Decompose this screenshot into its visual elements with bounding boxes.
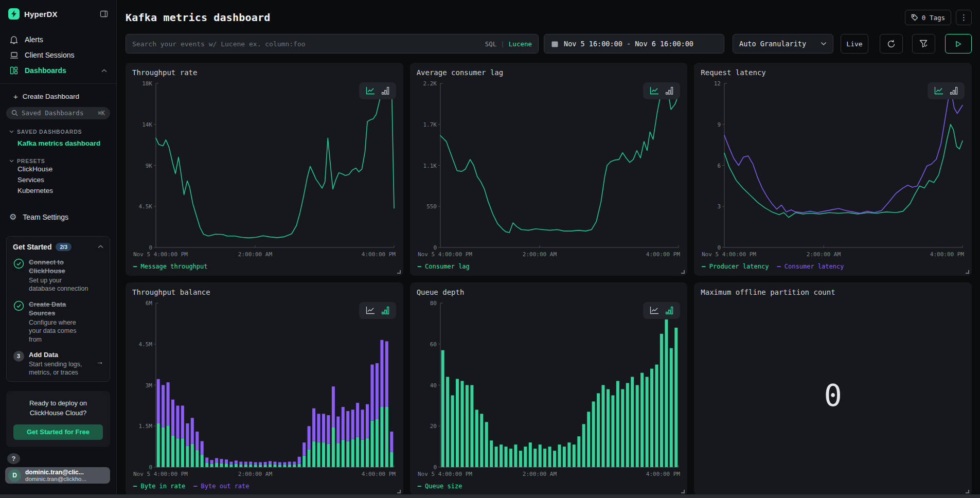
- legend-item[interactable]: — Queue size: [418, 483, 462, 490]
- consumer-lag-chart[interactable]: 05501.1K1.7K2.2KNov 5 4:00:00 PM2:00:00 …: [417, 79, 681, 261]
- horizontal-scrollbar[interactable]: [0, 494, 980, 498]
- presets-section[interactable]: PRESETS: [6, 158, 110, 164]
- sidebar-item-clickhouse[interactable]: ClickHouse: [6, 164, 110, 175]
- get-started-free-button[interactable]: Get Started for Free: [13, 424, 103, 440]
- bar-chart-icon[interactable]: [382, 87, 389, 95]
- event-search-bar[interactable]: SQL | Lucene: [126, 34, 539, 54]
- get-started-step-sources[interactable]: Create Data Sources Configure where your…: [13, 300, 103, 344]
- logo-row: HyperDX: [6, 8, 110, 20]
- panel-average-consumer-lag: Average consumer lag 05501.1K1.7K2.2KNov…: [410, 63, 688, 276]
- step-subtitle: Set up your database connection: [29, 276, 90, 293]
- deploy-text: Ready to deploy on ClickHouse Cloud?: [13, 398, 103, 418]
- sidebar-item-label: Dashboards: [25, 66, 66, 75]
- legend-item[interactable]: — Producer latency: [702, 263, 769, 270]
- svg-text:2:00:00 AM: 2:00:00 AM: [522, 251, 557, 258]
- sidebar-item-client-sessions[interactable]: Client Sessions: [6, 47, 110, 63]
- panel-request-latency: Request latency 036912Nov 5 4:00:00 PM2:…: [694, 63, 972, 276]
- shortcut-hint: ⌘K: [98, 110, 105, 117]
- legend-item[interactable]: — Consumer lag: [418, 263, 470, 270]
- bar-chart-icon[interactable]: [666, 87, 673, 95]
- chevron-up-icon[interactable]: [101, 69, 107, 73]
- line-chart-icon[interactable]: [650, 87, 659, 95]
- filter-button[interactable]: [912, 34, 935, 54]
- date-range-picker[interactable]: Nov 5 16:00:00 - Nov 6 16:00:00: [544, 34, 724, 54]
- sidebar-item-alerts[interactable]: Alerts: [6, 32, 110, 47]
- saved-dashboards-section[interactable]: SAVED DASHBOARDS: [6, 129, 110, 135]
- big-number-value: 0: [824, 378, 842, 413]
- chart-type-toggle[interactable]: [643, 82, 680, 99]
- resize-handle[interactable]: [681, 490, 685, 493]
- resize-handle[interactable]: [681, 270, 685, 274]
- help-button[interactable]: ?: [7, 453, 20, 465]
- chart-type-toggle[interactable]: [359, 82, 396, 99]
- live-button[interactable]: Live: [841, 34, 868, 54]
- throughput-rate-chart[interactable]: 04.5K9K14K18KNov 5 4:00:00 PM2:00:00 AM4…: [132, 79, 397, 261]
- svg-text:Nov 5 4:00:00 PM: Nov 5 4:00:00 PM: [702, 251, 756, 258]
- legend-item[interactable]: — Consumer latency: [777, 263, 844, 270]
- svg-text:2:00:00 AM: 2:00:00 AM: [522, 471, 557, 477]
- sidebar-item-kafka-dashboard[interactable]: Kafka metrics dashboard: [6, 138, 110, 149]
- get-started-progress-badge: 2/3: [56, 243, 72, 251]
- resize-handle[interactable]: [966, 490, 969, 493]
- play-icon: [955, 41, 961, 47]
- resize-handle[interactable]: [397, 270, 401, 274]
- bar-chart-icon[interactable]: [382, 307, 389, 314]
- sidebar-item-services[interactable]: Services: [6, 174, 110, 185]
- granularity-select[interactable]: Auto Granularity: [733, 34, 833, 54]
- event-search-input[interactable]: [132, 40, 485, 48]
- bar-chart-icon[interactable]: [666, 307, 673, 314]
- chart-type-toggle[interactable]: [928, 82, 965, 99]
- resize-handle[interactable]: [397, 490, 401, 493]
- mode-divider: |: [501, 40, 505, 48]
- sidebar-item-dashboards[interactable]: Dashboards: [6, 63, 110, 78]
- sidebar-collapse-icon[interactable]: [100, 10, 108, 18]
- line-chart-icon[interactable]: [934, 87, 943, 95]
- throughput-balance-chart[interactable]: 01.5M3M4.5M6MNov 5 4:00:00 PM2:00:00 AM4…: [132, 299, 397, 481]
- more-menu-button[interactable]: ⋮: [956, 10, 972, 25]
- sidebar-item-team-settings[interactable]: ⚙ Team Settings: [6, 210, 110, 224]
- chevron-up-icon[interactable]: [98, 245, 103, 248]
- sidebar-item-label: Client Sessions: [25, 51, 75, 59]
- resize-handle[interactable]: [966, 270, 969, 274]
- chart-type-toggle[interactable]: [643, 302, 680, 319]
- chart-type-toggle[interactable]: [359, 302, 396, 319]
- app-root: HyperDX Alerts Client Sessions: [0, 0, 980, 498]
- kebab-icon: ⋮: [960, 13, 968, 22]
- create-dashboard-button[interactable]: + Create Dashboard: [6, 91, 110, 102]
- refresh-button[interactable]: [880, 34, 903, 54]
- svg-text:6M: 6M: [146, 300, 153, 307]
- saved-dashboards-search-input[interactable]: [22, 109, 94, 117]
- request-latency-chart[interactable]: 036912Nov 5 4:00:00 PM2:00:00 AM4:00:00 …: [701, 79, 965, 261]
- run-query-button[interactable]: [945, 34, 972, 54]
- lucene-mode-button[interactable]: Lucene: [509, 40, 532, 48]
- get-started-card: Get Started 2/3 Connect to ClickHouse Se…: [6, 236, 110, 382]
- granularity-value: Auto Granularity: [739, 40, 806, 48]
- panel-throughput-balance: Throughput balance 01.5M3M4.5M6MNov 5 4:…: [126, 282, 403, 495]
- line-chart-icon[interactable]: [366, 307, 375, 314]
- queue-depth-chart[interactable]: 020406080Nov 5 4:00:00 PM2:00:00 AM4:00:…: [417, 299, 681, 481]
- search-icon: [11, 110, 18, 116]
- step-subtitle: Configure where your data comes from: [29, 318, 90, 344]
- svg-text:2:00:00 AM: 2:00:00 AM: [807, 251, 841, 258]
- line-chart-icon[interactable]: [650, 307, 659, 314]
- sql-mode-button[interactable]: SQL: [485, 40, 497, 48]
- svg-text:Nov 5 4:00:00 PM: Nov 5 4:00:00 PM: [418, 251, 472, 258]
- panel-queue-depth: Queue depth 020406080Nov 5 4:00:00 PM2:0…: [410, 282, 688, 495]
- svg-text:6: 6: [718, 162, 721, 169]
- chevron-down-icon: [9, 130, 14, 133]
- legend-item[interactable]: — Message throughput: [133, 263, 208, 270]
- chevron-down-icon: [821, 42, 827, 46]
- user-menu[interactable]: D dominic.tran@clic... dominic.tran@clic…: [5, 467, 110, 484]
- line-chart-icon[interactable]: [366, 87, 375, 95]
- svg-text:0: 0: [433, 464, 437, 471]
- tags-button[interactable]: 0 Tags: [905, 10, 951, 25]
- get-started-step-add-data[interactable]: 3 Add Data Start sending logs, metrics, …: [13, 350, 103, 377]
- saved-dashboards-search[interactable]: ⌘K: [6, 107, 110, 119]
- avatar: D: [8, 469, 21, 482]
- svg-text:80: 80: [430, 300, 436, 307]
- bar-chart-icon[interactable]: [950, 87, 958, 95]
- get-started-step-connect[interactable]: Connect to ClickHouse Set up your databa…: [13, 258, 103, 293]
- legend-item[interactable]: — Byte in rate: [133, 483, 185, 490]
- sidebar-item-kubernetes[interactable]: Kubernetes: [6, 185, 110, 196]
- legend-item[interactable]: — Byte out rate: [193, 483, 249, 490]
